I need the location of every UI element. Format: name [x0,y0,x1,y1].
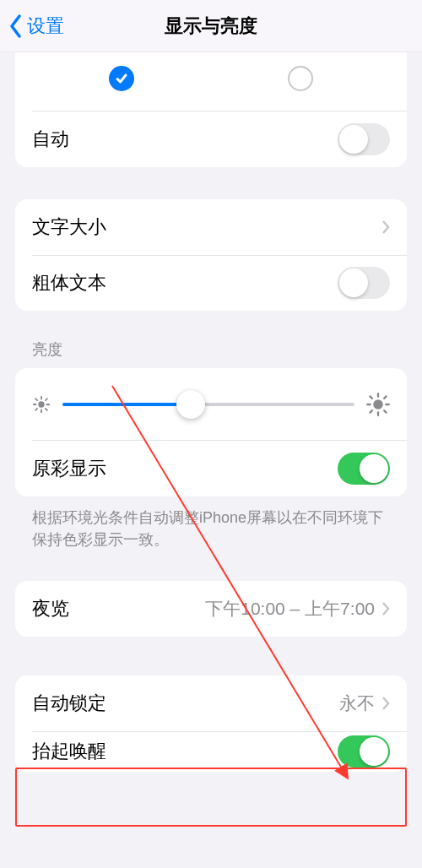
true-tone-row[interactable]: 原彩显示 [15,441,407,496]
chevron-right-icon [381,220,390,235]
svg-line-14 [370,396,371,398]
appearance-group: 自动 [15,52,407,167]
svg-line-6 [46,409,47,410]
night-shift-value: 下午10:00 – 上午7:00 [205,597,375,621]
text-group: 文字大小 粗体文本 [15,199,407,311]
text-size-label: 文字大小 [32,214,106,240]
night-shift-label: 夜览 [32,596,69,621]
annotation-highlight [15,768,407,827]
svg-line-17 [384,396,386,398]
brightness-low-icon [32,395,51,414]
brightness-slider[interactable] [62,403,354,406]
svg-point-9 [373,399,383,410]
appearance-auto-label: 自动 [32,127,69,152]
bold-text-row[interactable]: 粗体文本 [15,255,407,311]
svg-line-16 [370,410,371,412]
text-size-row[interactable]: 文字大小 [15,199,407,255]
back-button[interactable]: 设置 [8,14,64,39]
auto-lock-value: 永不 [339,692,375,715]
appearance-light-radio[interactable] [109,66,134,91]
true-tone-footer: 根据环境光条件自动调整iPhone屏幕以在不同环境下保持色彩显示一致。 [32,507,390,551]
appearance-auto-switch[interactable] [338,123,390,155]
raise-to-wake-row[interactable]: 抬起唤醒 [15,731,407,772]
nav-bar: 设置 显示与亮度 [0,0,422,52]
chevron-left-icon [8,14,24,39]
bold-text-label: 粗体文本 [32,270,106,296]
svg-line-8 [46,399,47,400]
chevron-right-icon [381,696,390,711]
raise-to-wake-label: 抬起唤醒 [32,739,106,764]
page-title: 显示与亮度 [165,14,257,39]
brightness-slider-fill [62,403,191,406]
appearance-auto-row[interactable]: 自动 [15,111,407,167]
chevron-right-icon [381,601,390,616]
brightness-group: 原彩显示 [15,368,407,496]
true-tone-label: 原彩显示 [32,456,106,481]
bold-text-switch[interactable] [338,267,390,299]
raise-to-wake-switch[interactable] [338,735,390,768]
appearance-dark-radio[interactable] [288,66,313,91]
brightness-slider-thumb[interactable] [176,390,205,419]
back-label: 设置 [27,14,64,39]
night-shift-row[interactable]: 夜览 下午10:00 – 上午7:00 [15,581,407,637]
appearance-radio-row [15,52,407,111]
svg-line-15 [384,410,386,412]
auto-lock-label: 自动锁定 [32,691,106,716]
brightness-high-icon [366,393,390,416]
brightness-slider-row [15,368,407,441]
true-tone-switch[interactable] [338,453,390,485]
lock-group: 自动锁定 永不 抬起唤醒 [15,675,407,772]
auto-lock-row[interactable]: 自动锁定 永不 [15,675,407,731]
svg-point-0 [38,401,44,407]
night-shift-group: 夜览 下午10:00 – 上午7:00 [15,581,407,637]
svg-line-7 [35,409,37,410]
checkmark-icon [115,72,128,85]
brightness-header: 亮度 [32,339,390,360]
svg-line-5 [35,399,37,400]
